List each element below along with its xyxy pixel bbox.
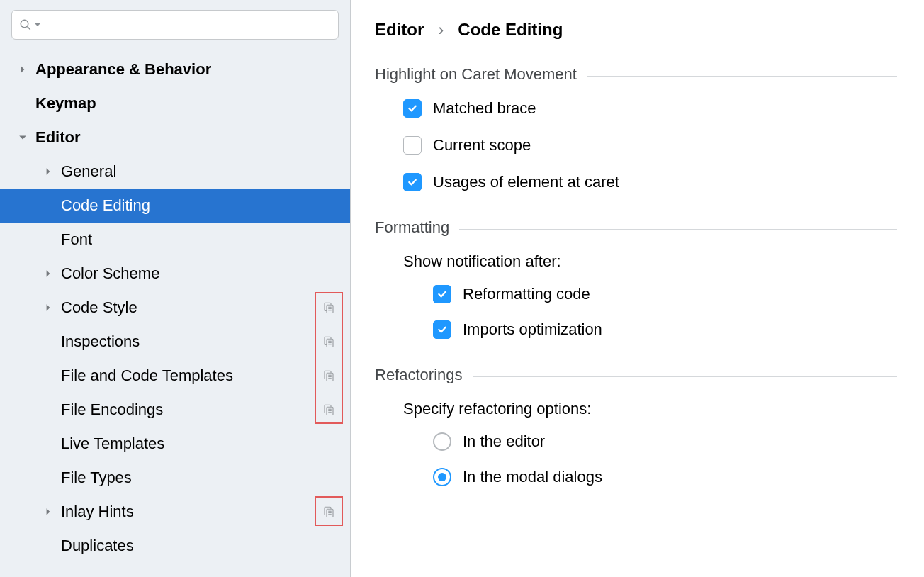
section-title: Highlight on Caret Movement (375, 65, 577, 84)
divider (587, 76, 897, 77)
sidebar-item[interactable]: Keymap (0, 86, 350, 121)
breadcrumb-current: Code Editing (458, 20, 563, 40)
section-sublabel: Show notification after: (375, 252, 897, 271)
divider (459, 229, 897, 230)
divider (473, 376, 897, 377)
expand-arrow-down-icon[interactable] (17, 132, 28, 143)
profile-scheme-icon[interactable] (320, 367, 337, 384)
checkbox[interactable] (403, 136, 422, 155)
sidebar-item[interactable]: Color Scheme (0, 257, 350, 291)
sidebar-item[interactable]: File Types (0, 461, 350, 495)
sidebar-item-label: Appearance & Behavior (35, 60, 343, 79)
expand-arrow-right-icon[interactable] (43, 268, 54, 279)
sidebar-item[interactable]: Appearance & Behavior (0, 52, 350, 86)
sidebar-item-label: File Encodings (0, 400, 320, 419)
profile-scheme-icon[interactable] (320, 401, 337, 418)
checkbox-option[interactable]: Usages of element at caret (403, 173, 897, 191)
section-title: Refactorings (375, 366, 463, 384)
checkbox[interactable] (403, 99, 422, 118)
search-field[interactable] (11, 10, 339, 40)
svg-point-0 (21, 20, 28, 28)
section-highlight: Highlight on Caret Movement Matched brac… (375, 65, 897, 191)
profile-scheme-icon[interactable] (320, 333, 337, 350)
checkbox[interactable] (433, 320, 451, 339)
sidebar-item-label: General (61, 162, 343, 181)
sidebar-item-label: File Types (0, 469, 343, 487)
sidebar-item[interactable]: Duplicates (0, 529, 350, 563)
sidebar-item[interactable]: Inlay Hints (0, 495, 350, 529)
checkbox[interactable] (403, 173, 422, 191)
breadcrumb: Editor › Code Editing (375, 20, 897, 40)
checkbox[interactable] (433, 285, 451, 303)
radio-button[interactable] (433, 432, 451, 451)
checkbox-option[interactable]: Reformatting code (433, 285, 897, 303)
sidebar-item-label: Color Scheme (61, 264, 343, 283)
sidebar-item-label: Editor (35, 128, 343, 147)
checkbox-option[interactable]: Current scope (403, 136, 897, 155)
option-label: Imports optimization (463, 320, 602, 339)
sidebar-item[interactable]: Code Editing (0, 189, 350, 223)
expand-arrow-right-icon[interactable] (43, 166, 54, 177)
profile-scheme-icon[interactable] (320, 503, 337, 520)
svg-line-1 (28, 27, 30, 30)
sidebar-item-label: Inlay Hints (61, 503, 320, 521)
checkbox-option[interactable]: Imports optimization (433, 320, 897, 339)
settings-tree: Appearance & BehaviorKeymapEditorGeneral… (0, 52, 350, 577)
radio-option[interactable]: In the modal dialogs (433, 468, 897, 486)
search-history-dropdown-icon[interactable] (34, 21, 41, 28)
sidebar-item[interactable]: Live Templates (0, 427, 350, 461)
sidebar-item[interactable]: Code Style (0, 291, 350, 325)
sidebar-item[interactable]: General (0, 155, 350, 189)
section-sublabel: Specify refactoring options: (375, 400, 897, 418)
option-label: Reformatting code (463, 285, 590, 303)
sidebar-item[interactable]: Font (0, 223, 350, 257)
sidebar-item[interactable]: File and Code Templates (0, 359, 350, 393)
chevron-right-icon: › (438, 20, 444, 40)
expand-arrow-right-icon[interactable] (43, 302, 54, 313)
section-refactorings: Refactorings Specify refactoring options… (375, 366, 897, 486)
expand-arrow-right-icon[interactable] (17, 64, 28, 75)
breadcrumb-parent[interactable]: Editor (375, 20, 424, 40)
option-label: In the editor (463, 432, 545, 451)
option-label: In the modal dialogs (463, 468, 602, 486)
sidebar-item[interactable]: File Encodings (0, 393, 350, 427)
settings-content: Editor › Code Editing Highlight on Caret… (351, 0, 924, 577)
radio-option[interactable]: In the editor (433, 432, 897, 451)
search-icon (19, 18, 32, 31)
radio-button[interactable] (433, 468, 451, 486)
section-formatting: Formatting Show notification after: Refo… (375, 218, 897, 339)
search-input[interactable] (41, 11, 338, 39)
sidebar-item-label: Live Templates (0, 435, 343, 453)
sidebar-item[interactable]: Editor (0, 121, 350, 155)
section-title: Formatting (375, 218, 449, 237)
checkbox-option[interactable]: Matched brace (403, 99, 897, 118)
profile-scheme-icon[interactable] (320, 299, 337, 316)
sidebar-item-label: File and Code Templates (0, 366, 320, 385)
option-label: Matched brace (433, 99, 536, 118)
sidebar-item-label: Code Editing (0, 196, 343, 215)
option-label: Current scope (433, 136, 531, 155)
sidebar-item-label: Duplicates (0, 537, 343, 555)
expand-arrow-right-icon[interactable] (43, 506, 54, 517)
sidebar-item-label: Keymap (0, 94, 343, 113)
sidebar-item-label: Font (0, 230, 343, 249)
option-label: Usages of element at caret (433, 173, 619, 191)
settings-sidebar: Appearance & BehaviorKeymapEditorGeneral… (0, 0, 351, 577)
sidebar-item[interactable]: Inspections (0, 325, 350, 359)
sidebar-item-label: Code Style (61, 298, 320, 317)
sidebar-item-label: Inspections (0, 332, 320, 351)
